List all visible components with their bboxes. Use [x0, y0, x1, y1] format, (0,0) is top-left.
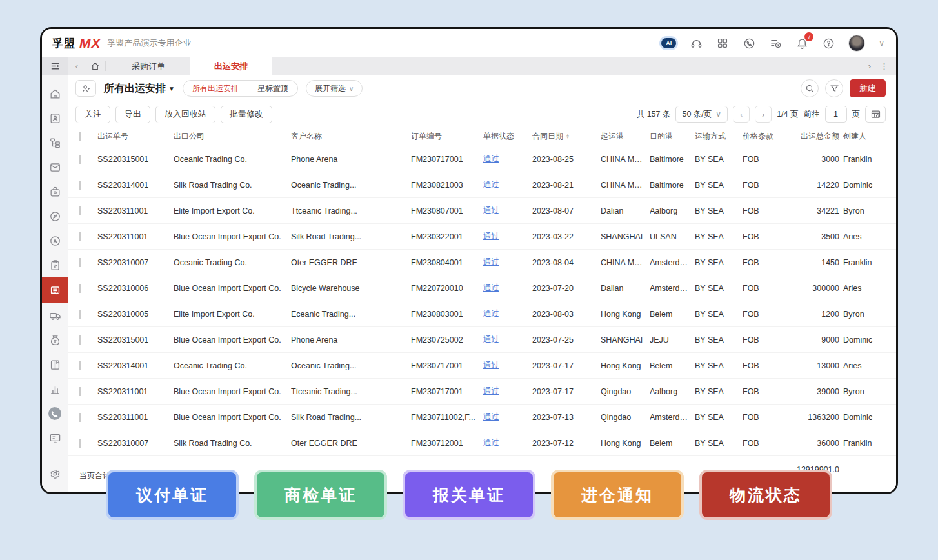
- ai-badge[interactable]: AI: [661, 38, 676, 48]
- col-ship-no[interactable]: 出运单号: [97, 131, 174, 142]
- table-row[interactable]: SS220310007 Silk Road Trading Co. Oter E…: [68, 430, 896, 456]
- row-checkbox[interactable]: [79, 155, 81, 164]
- flow-inspection-docs-button[interactable]: 商检单证: [254, 470, 387, 520]
- column-settings-icon[interactable]: [865, 106, 886, 123]
- status-link[interactable]: 通过: [483, 361, 499, 370]
- contacts-icon[interactable]: [42, 106, 68, 130]
- row-checkbox[interactable]: [79, 335, 81, 345]
- status-link[interactable]: 通过: [483, 438, 499, 447]
- status-link[interactable]: 通过: [483, 283, 499, 292]
- col-order-no[interactable]: 订单编号: [411, 131, 483, 142]
- tab-more-icon[interactable]: ⋮: [880, 61, 888, 71]
- status-link[interactable]: 通过: [483, 335, 499, 344]
- table-row[interactable]: SS220315001 Oceanic Trading Co. Phone Ar…: [68, 146, 896, 172]
- follow-button[interactable]: 关注: [75, 106, 110, 123]
- row-checkbox[interactable]: [79, 258, 81, 267]
- home-icon[interactable]: [42, 81, 68, 106]
- status-link[interactable]: 通过: [483, 309, 499, 318]
- row-checkbox[interactable]: [79, 310, 81, 319]
- status-link[interactable]: 通过: [483, 154, 499, 163]
- col-price-terms[interactable]: 价格条款: [743, 131, 798, 142]
- avatar[interactable]: [848, 35, 865, 52]
- ledger-icon[interactable]: [42, 352, 68, 377]
- bell-icon[interactable]: 7: [795, 37, 808, 50]
- quick-filter-starred[interactable]: 星标置顶: [248, 81, 297, 96]
- headset-icon[interactable]: [690, 37, 703, 50]
- tab-purchase-orders[interactable]: 采购订单: [107, 57, 190, 75]
- status-link[interactable]: 通过: [483, 180, 499, 189]
- col-exporter[interactable]: 出口公司: [174, 131, 291, 142]
- home-tab-icon[interactable]: [86, 57, 104, 75]
- bag-icon[interactable]: [42, 179, 68, 204]
- status-link[interactable]: 通过: [483, 206, 499, 215]
- task-list-icon[interactable]: [769, 37, 782, 50]
- search-icon[interactable]: [801, 79, 819, 97]
- page-size-select[interactable]: 50 条/页 ∨: [675, 106, 728, 123]
- col-customer[interactable]: 客户名称: [291, 131, 411, 142]
- quick-filter-all[interactable]: 所有出运安排: [183, 81, 248, 96]
- invoice-icon-active[interactable]: [42, 277, 68, 303]
- table-row[interactable]: SS220311001 Blue Ocean Import Export Co.…: [68, 379, 896, 405]
- org-chart-icon[interactable]: [42, 130, 68, 155]
- next-page-button[interactable]: ›: [755, 106, 772, 123]
- truck-icon[interactable]: [42, 303, 68, 328]
- table-row[interactable]: SS220311001 Blue Ocean Import Export Co.…: [68, 224, 896, 250]
- flow-customs-docs-button[interactable]: 报关单证: [403, 470, 535, 520]
- table-row[interactable]: SS220315001 Blue Ocean Import Export Co.…: [68, 327, 896, 353]
- bar-chart-icon[interactable]: [42, 377, 68, 401]
- col-status[interactable]: 单据状态: [483, 131, 532, 142]
- nav-back-icon[interactable]: ‹: [68, 57, 86, 75]
- recycle-bin-button[interactable]: 放入回收站: [155, 106, 215, 123]
- chevron-down-icon[interactable]: ∨: [879, 39, 884, 48]
- row-checkbox[interactable]: [79, 361, 81, 370]
- status-link[interactable]: 通过: [483, 232, 499, 241]
- status-link[interactable]: 通过: [483, 412, 499, 421]
- table-row[interactable]: SS220310005 Elite Import Export Co. Ecea…: [68, 301, 896, 327]
- batch-edit-button[interactable]: 批量修改: [221, 106, 272, 123]
- new-button[interactable]: 新建: [850, 79, 886, 97]
- flow-warehouse-notice-button[interactable]: 进仓通知: [551, 470, 684, 520]
- clipboard-icon[interactable]: [42, 253, 68, 277]
- tab-forward-icon[interactable]: ›: [868, 61, 871, 71]
- prev-page-button[interactable]: ‹: [733, 106, 750, 123]
- whatsapp-icon[interactable]: [42, 401, 68, 426]
- table-row[interactable]: SS220310006 Blue Ocean Import Export Co.…: [68, 275, 896, 301]
- row-checkbox[interactable]: [79, 284, 81, 293]
- col-contract-date[interactable]: 合同日期▲▼: [532, 131, 601, 142]
- phone-icon[interactable]: [743, 37, 755, 50]
- menu-collapse-icon[interactable]: [42, 57, 68, 75]
- col-dest-port[interactable]: 目的港: [650, 131, 695, 142]
- row-checkbox[interactable]: [79, 181, 81, 190]
- circle-a-icon[interactable]: [42, 228, 68, 253]
- funnel-icon[interactable]: [825, 79, 843, 97]
- table-row[interactable]: SS220314001 Oceanic Trading Co. Oceanic …: [68, 353, 896, 379]
- mail-icon[interactable]: [42, 155, 68, 179]
- col-origin-port[interactable]: 起运港: [601, 131, 650, 142]
- table-row[interactable]: SS220314001 Silk Road Trading Co. Oceani…: [68, 172, 896, 198]
- money-bag-icon[interactable]: [42, 328, 68, 352]
- expand-filter-button[interactable]: 展开筛选 ∨: [306, 80, 363, 97]
- owner-filter-icon[interactable]: [75, 80, 96, 97]
- row-checkbox[interactable]: [79, 413, 81, 422]
- status-link[interactable]: 通过: [483, 257, 499, 266]
- col-transport[interactable]: 运输方式: [695, 131, 743, 142]
- help-icon[interactable]: [822, 37, 835, 50]
- table-row[interactable]: SS220310007 Oceanic Trading Co. Oter EGG…: [68, 250, 896, 275]
- flow-negotiation-docs-button[interactable]: 议付单证: [106, 470, 239, 520]
- monitor-icon[interactable]: [42, 426, 68, 450]
- tab-shipping-arrangement[interactable]: 出运安排: [190, 57, 272, 75]
- sort-icon[interactable]: ▲▼: [566, 134, 570, 139]
- flow-logistics-status-button[interactable]: 物流状态: [699, 470, 832, 520]
- table-row[interactable]: SS220311001 Elite Import Export Co. Ttce…: [68, 198, 896, 224]
- status-link[interactable]: 通过: [483, 386, 499, 395]
- row-checkbox[interactable]: [79, 439, 81, 448]
- row-checkbox[interactable]: [79, 387, 81, 396]
- compass-icon[interactable]: [42, 204, 68, 228]
- goto-page-input[interactable]: [825, 106, 847, 123]
- col-creator[interactable]: 创建人: [843, 131, 896, 142]
- table-row[interactable]: SS220311001 Blue Ocean Import Export Co.…: [68, 405, 896, 430]
- select-all-checkbox[interactable]: [79, 132, 81, 141]
- export-button[interactable]: 导出: [115, 106, 150, 123]
- row-checkbox[interactable]: [79, 232, 81, 241]
- apps-grid-icon[interactable]: [716, 37, 729, 50]
